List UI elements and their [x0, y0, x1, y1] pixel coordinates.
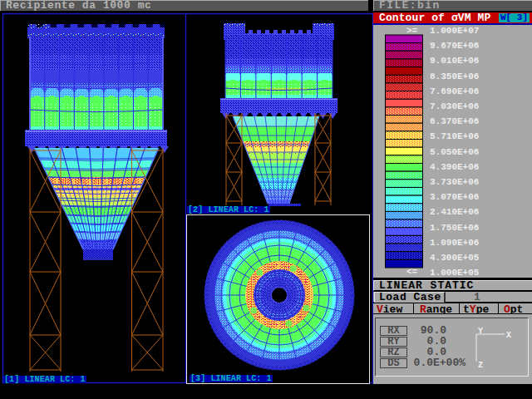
svg-text:Y: Y: [478, 327, 483, 336]
svg-text:Z: Z: [478, 361, 483, 370]
svg-text:X: X: [506, 331, 511, 340]
